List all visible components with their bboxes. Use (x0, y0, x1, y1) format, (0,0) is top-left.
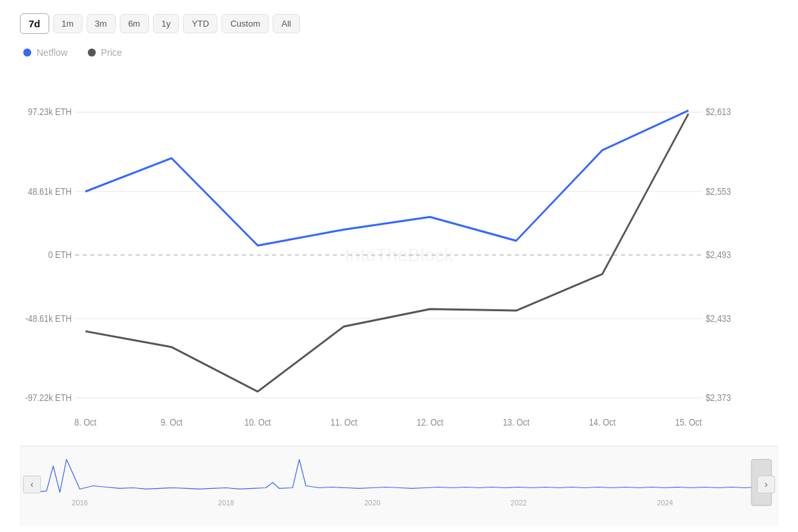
legend-price: Price (88, 47, 122, 58)
time-btn-6m[interactable]: 6m (120, 14, 149, 33)
svg-text:$2,613: $2,613 (706, 107, 731, 118)
svg-text:97.23k ETH: 97.23k ETH (28, 107, 72, 118)
time-range-selector: 7d1m3m6m1yYTDCustomAll (20, 13, 778, 34)
time-btn-ytd[interactable]: YTD (183, 14, 217, 33)
main-chart-container: IntoTheBlock 97.23k ETH 48.61k ETH 0 ETH… (20, 65, 778, 446)
svg-text:-97.22k ETH: -97.22k ETH (25, 392, 72, 403)
svg-rect-23 (20, 446, 778, 525)
svg-text:2024: 2024 (657, 499, 673, 507)
legend-netflow: Netflow (23, 47, 68, 58)
time-btn-1m[interactable]: 1m (53, 14, 82, 33)
legend: Netflow Price (20, 47, 778, 58)
svg-text:8. Oct: 8. Oct (74, 417, 96, 428)
svg-text:2018: 2018 (218, 499, 234, 507)
mini-chart-svg: 2016 2018 2020 2022 2024 ‹ › (20, 446, 778, 525)
svg-text:13. Oct: 13. Oct (503, 417, 529, 428)
svg-text:$2,373: $2,373 (706, 392, 731, 403)
netflow-dot (23, 49, 31, 57)
svg-text:2020: 2020 (364, 499, 380, 507)
time-btn-1y[interactable]: 1y (153, 14, 180, 33)
svg-text:10. Oct: 10. Oct (245, 417, 271, 428)
svg-text:0 ETH: 0 ETH (48, 249, 71, 260)
svg-text:$2,553: $2,553 (706, 186, 731, 197)
main-container: 7d1m3m6m1yYTDCustomAll Netflow Price Int… (0, 0, 798, 532)
svg-text:$2,493: $2,493 (706, 249, 731, 260)
price-label: Price (101, 47, 122, 58)
time-btn-3m[interactable]: 3m (86, 14, 116, 33)
time-btn-custom[interactable]: Custom (221, 14, 269, 33)
time-btn-all[interactable]: All (273, 14, 299, 33)
main-chart-svg: 97.23k ETH 48.61k ETH 0 ETH -48.61k ETH … (20, 65, 778, 446)
svg-text:12. Oct: 12. Oct (417, 417, 444, 428)
svg-text:2016: 2016 (72, 499, 88, 507)
svg-text:9. Oct: 9. Oct (160, 417, 182, 428)
time-btn-7d[interactable]: 7d (20, 13, 49, 34)
svg-text:2022: 2022 (511, 499, 527, 507)
svg-text:-48.61k ETH: -48.61k ETH (25, 313, 72, 324)
svg-text:11. Oct: 11. Oct (331, 417, 357, 428)
netflow-label: Netflow (37, 47, 68, 58)
svg-text:›: › (765, 479, 768, 490)
price-dot (88, 49, 96, 57)
svg-text:48.61k ETH: 48.61k ETH (28, 186, 72, 197)
svg-text:$2,433: $2,433 (706, 313, 731, 324)
chart-area: IntoTheBlock 97.23k ETH 48.61k ETH 0 ETH… (20, 65, 778, 446)
svg-text:15. Oct: 15. Oct (675, 417, 702, 428)
mini-chart-container: 2016 2018 2020 2022 2024 ‹ › (20, 446, 778, 525)
netflow-line (85, 110, 688, 245)
svg-text:‹: ‹ (31, 479, 34, 490)
svg-text:14. Oct: 14. Oct (589, 417, 616, 428)
